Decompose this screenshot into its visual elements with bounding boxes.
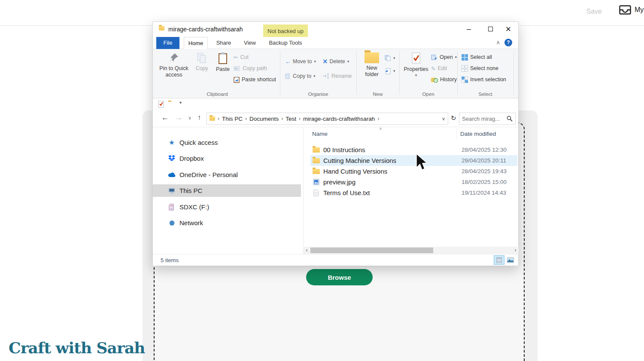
sidebar-item-quick-access[interactable]: ★ Quick access xyxy=(153,136,301,149)
dropdown-icon: ▾ xyxy=(393,69,395,73)
divider xyxy=(513,52,514,95)
column-header-date[interactable]: Date modified xyxy=(460,131,496,137)
network-globe-icon xyxy=(168,220,176,226)
help-icon[interactable]: ? xyxy=(504,39,512,46)
sidebar-item-this-pc[interactable]: This PC xyxy=(153,184,301,197)
back-icon[interactable]: ← xyxy=(161,113,169,122)
open-icon xyxy=(431,55,437,60)
dropdown-icon: ▾ xyxy=(455,55,457,59)
sidebar-item-dropbox[interactable]: Dropbox xyxy=(153,152,301,165)
file-date: 28/04/2025 12:30 xyxy=(462,147,507,153)
thumbnails-view-button[interactable] xyxy=(505,255,516,265)
forward-icon[interactable]: → xyxy=(175,113,182,122)
tab-home[interactable]: Home xyxy=(184,37,208,49)
minimize-button[interactable]: – xyxy=(462,22,476,36)
collapse-ribbon-icon[interactable]: ∧ xyxy=(496,39,500,46)
breadcrumb-this-pc[interactable]: This PC xyxy=(222,116,243,122)
recent-locations-icon[interactable]: ∨ xyxy=(188,115,191,121)
onedrive-cloud-icon xyxy=(168,172,176,177)
column-divider[interactable] xyxy=(456,129,457,139)
tab-share[interactable]: Share xyxy=(213,37,234,49)
sidebar-item-onedrive[interactable]: OneDrive - Personal xyxy=(153,168,301,181)
properties-shortcut-icon[interactable] xyxy=(158,101,164,108)
details-view-button[interactable] xyxy=(494,255,504,265)
window-title: mirage-cards-craftwithsarah xyxy=(168,26,243,33)
mouse-cursor xyxy=(415,153,429,172)
sidebar-item-network[interactable]: Network xyxy=(153,217,301,229)
delete-button[interactable]: × Delete ▾ xyxy=(323,57,349,66)
breadcrumb-test[interactable]: Test xyxy=(286,116,296,122)
search-input[interactable] xyxy=(462,114,505,123)
scroll-right-icon[interactable]: › xyxy=(512,247,519,254)
move-to-button[interactable]: ← Move to ▾ xyxy=(285,57,316,66)
file-row-terms-of-use[interactable]: Terms of Use.txt 19/11/2024 14:43 xyxy=(310,187,517,198)
easy-access-icon xyxy=(385,68,391,74)
title-bar[interactable]: mirage-cards-craftwithsarah Not backed u… xyxy=(153,22,518,37)
paste-shortcut-button[interactable]: Paste shortcut xyxy=(234,75,276,84)
search-box[interactable] xyxy=(459,113,516,125)
open-button[interactable]: Open ▾ xyxy=(431,52,457,62)
horizontal-scrollbar[interactable]: ‹ › xyxy=(304,247,519,254)
copy-button[interactable]: Copy xyxy=(192,52,211,72)
copy-to-button[interactable]: Copy to ▾ xyxy=(285,71,316,81)
invert-selection-button[interactable]: Invert selection xyxy=(462,75,506,84)
explorer-window: mirage-cards-craftwithsarah Not backed u… xyxy=(152,21,519,266)
divider xyxy=(280,52,280,95)
search-icon[interactable] xyxy=(507,116,513,122)
button-label: Delete xyxy=(330,58,345,64)
tab-backup-tools[interactable]: Backup Tools xyxy=(265,37,306,49)
file-row-hand-cutting-versions[interactable]: Hand Cutting Versions 28/04/2025 19:43 xyxy=(310,166,517,177)
select-all-button[interactable]: Select all xyxy=(462,52,492,62)
sidebar-item-sdxc[interactable]: SD XC SDXC (F:) xyxy=(153,201,301,213)
dropbox-icon xyxy=(168,155,176,162)
folder-icon xyxy=(210,116,215,121)
paste-button[interactable]: Paste xyxy=(213,52,233,73)
file-row-00-instructions[interactable]: 00 Instructions 28/04/2025 12:30 xyxy=(310,144,517,155)
scrollbar-thumb[interactable] xyxy=(310,248,433,253)
new-folder-button[interactable]: New folder xyxy=(361,52,383,78)
new-item-button[interactable]: ▾ xyxy=(385,53,395,63)
file-row-preview-jpg[interactable]: preview.jpg 18/02/2025 15:00 xyxy=(310,177,517,187)
breadcrumb-documents[interactable]: Documents xyxy=(249,116,279,122)
tab-view[interactable]: View xyxy=(240,37,260,49)
select-all-icon xyxy=(462,54,468,61)
history-icon xyxy=(431,77,438,83)
address-dropdown-icon[interactable]: ∨ xyxy=(442,116,445,122)
save-button[interactable]: Save xyxy=(586,8,602,15)
sidebar-item-label: Dropbox xyxy=(179,155,204,162)
browse-button[interactable]: Browse xyxy=(306,269,373,285)
folder-icon xyxy=(159,26,164,31)
column-header-name[interactable]: Name xyxy=(312,131,328,137)
copy-path-button[interactable]: Copy path xyxy=(234,64,267,73)
up-icon[interactable]: ↑ xyxy=(197,113,201,122)
qat-customize-icon[interactable]: ▾ xyxy=(179,100,182,105)
crumb-separator: › xyxy=(281,116,283,122)
address-bar[interactable]: › This PC › Documents › Test › mirage-ca… xyxy=(207,113,448,125)
button-label: Cut xyxy=(240,54,248,60)
rename-button[interactable]: Rename xyxy=(323,71,352,81)
clipboard-group-label: Clipboard xyxy=(179,92,256,97)
divider xyxy=(399,52,400,95)
cut-button[interactable]: ✂ Cut xyxy=(234,52,249,62)
easy-access-button[interactable]: ▾ xyxy=(385,66,395,76)
pin-to-quick-access-button[interactable]: Pin to Quick access xyxy=(158,52,190,78)
history-button[interactable]: History xyxy=(431,75,457,84)
button-label: History xyxy=(440,76,457,83)
edit-button[interactable]: ✎ Edit xyxy=(431,64,447,73)
close-button[interactable]: × xyxy=(501,22,516,36)
quick-access-toolbar: ▾ xyxy=(153,98,518,110)
account-label: My xyxy=(635,6,644,14)
breadcrumb-current-folder[interactable]: mirage-cards-craftwithsarah xyxy=(303,116,375,122)
scroll-left-icon[interactable]: ‹ xyxy=(304,247,310,254)
refresh-icon[interactable]: ↻ xyxy=(451,114,456,122)
dropdown-icon: ▾ xyxy=(314,59,316,64)
maximize-button[interactable] xyxy=(483,22,498,36)
account-link[interactable]: My xyxy=(619,5,644,15)
select-none-button[interactable]: Select none xyxy=(462,64,498,73)
dropdown-icon: ▾ xyxy=(393,56,395,60)
properties-button[interactable]: Properties ▾ xyxy=(404,52,428,77)
invert-selection-icon xyxy=(462,76,468,83)
paste-shortcut-icon xyxy=(234,76,240,83)
tab-file[interactable]: File xyxy=(156,37,179,49)
file-row-cutting-machine-versions[interactable]: Cutting Machine Versions 29/04/2025 20:1… xyxy=(310,155,517,166)
